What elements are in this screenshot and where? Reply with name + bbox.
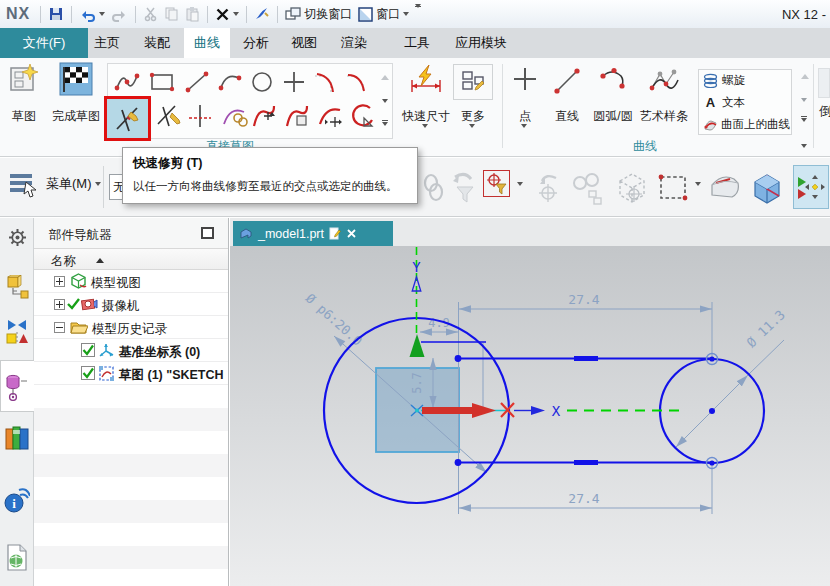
gallery-expand[interactable] [379, 118, 391, 128]
move-object-button[interactable] [793, 165, 829, 209]
expand-icon[interactable] [54, 299, 65, 310]
reuse-library-tab[interactable] [3, 424, 31, 452]
tooltip-body: 以任一方向将曲线修剪至最近的交点或选定的曲线。 [133, 179, 407, 194]
copy-button[interactable] [161, 3, 182, 25]
shaded-view-button[interactable] [706, 168, 740, 208]
tree-row-sketch[interactable]: 草图 (1) "SKETCH [34, 362, 228, 385]
move-curve-icon[interactable] [314, 100, 346, 132]
web-browser-tab[interactable]: i [3, 486, 31, 514]
expand-icon[interactable] [54, 276, 65, 287]
tab-view[interactable]: 视图 [289, 28, 319, 58]
tree-row-datum-csys[interactable]: 基准坐标系 (0) [34, 339, 228, 362]
tab-tools[interactable]: 工具 [402, 28, 432, 58]
find-component-button[interactable] [570, 168, 604, 208]
tree-row-history[interactable]: 模型历史记录 [34, 316, 228, 339]
point-button[interactable] [506, 66, 544, 95]
sketch-button[interactable] [4, 62, 44, 99]
constraint-navigator-tab[interactable] [3, 318, 31, 346]
resize-arc-icon[interactable] [346, 100, 378, 132]
redo-button[interactable] [108, 3, 131, 25]
gallery-scroll-up[interactable] [379, 72, 391, 82]
menu-button[interactable]: 菜单(M) [8, 170, 101, 198]
format-painter-button[interactable] [251, 3, 273, 25]
profile-icon[interactable] [111, 66, 143, 98]
tab-application[interactable]: 应用模块 [452, 28, 510, 58]
chamfer-icon[interactable] [341, 66, 373, 98]
curve-list-scroll-down[interactable] [801, 98, 807, 102]
checkbox-checked[interactable] [81, 343, 95, 357]
show-hide-button[interactable] [612, 168, 646, 208]
more-caret[interactable] [469, 124, 475, 128]
point-label: 点 [506, 108, 544, 125]
delete-button[interactable] [212, 3, 242, 25]
quick-dimension-button[interactable] [398, 64, 454, 99]
switch-window-button[interactable]: 切换窗口 [282, 3, 355, 25]
line-icon[interactable] [181, 66, 213, 98]
curve-group-caret[interactable] [801, 144, 807, 148]
close-tab-icon[interactable] [346, 228, 357, 239]
quick-dimension-caret[interactable] [422, 124, 428, 128]
undo-button[interactable] [76, 3, 108, 25]
assembly-navigator-tab[interactable] [3, 274, 31, 302]
part-tab[interactable]: _model1.prt [233, 221, 393, 246]
gallery-scroll-down[interactable] [379, 96, 391, 106]
tab-home[interactable]: 主页 [92, 28, 122, 58]
part-icon [239, 227, 253, 241]
helix-button[interactable]: 螺旋 [703, 73, 745, 88]
toolbar-options-button[interactable] [412, 3, 424, 25]
tree-row-model-views[interactable]: 模型视图 [34, 270, 228, 293]
tab-file[interactable]: 文件(F) [0, 28, 88, 58]
float-panel-button[interactable] [201, 227, 214, 239]
rectangle-icon[interactable] [146, 66, 178, 98]
select-rectangle-caret[interactable] [695, 182, 701, 186]
sketch-canvas[interactable]: 27.4 27.4 4.9 5.7 Ø p6:20.0 Ø 11.3 [230, 246, 830, 586]
tab-analysis[interactable]: 分析 [241, 28, 271, 58]
snap-point-caret[interactable] [517, 182, 523, 186]
save-button[interactable] [45, 3, 67, 25]
fillet-icon[interactable] [309, 66, 341, 98]
point-icon[interactable] [278, 66, 310, 98]
snap-point-button[interactable] [483, 170, 510, 197]
quick-extend-icon[interactable] [153, 100, 185, 132]
view-orient-button[interactable] [748, 168, 782, 208]
curve-list-expand[interactable] [801, 116, 807, 122]
graphics-window[interactable]: _model1.prt [230, 218, 830, 586]
tab-curve[interactable]: 曲线 [184, 28, 230, 58]
curve-on-surface-button[interactable]: 曲面上的曲线 [703, 117, 790, 132]
cut-button[interactable] [140, 3, 161, 25]
clipped-button-icon[interactable] [818, 68, 830, 98]
curve-list-scroll-up[interactable] [801, 74, 809, 79]
arc-icon[interactable] [214, 66, 246, 98]
circle-icon[interactable] [246, 66, 278, 98]
resource-gear-button[interactable] [3, 223, 31, 251]
make-corner-icon[interactable] [184, 100, 216, 132]
window-dropdown-caret[interactable] [403, 12, 409, 16]
delete-dropdown-caret[interactable] [233, 12, 239, 16]
chain-select-button[interactable] [417, 168, 451, 208]
undo-dropdown-caret[interactable] [99, 12, 105, 16]
checkbox-checked[interactable] [81, 366, 95, 380]
part-navigator-tab-active[interactable] [0, 360, 34, 412]
offset-curve-icon[interactable] [218, 100, 250, 132]
tree-row-cameras[interactable]: 摄像机 [34, 293, 228, 316]
mirror-curve-icon[interactable] [281, 100, 313, 132]
column-header[interactable]: 名称 [34, 248, 228, 270]
finish-sketch-button[interactable] [50, 62, 102, 99]
tab-assembly[interactable]: 装配 [142, 28, 172, 58]
text-button[interactable]: A 文本 [703, 95, 745, 110]
line-button[interactable] [546, 66, 588, 99]
paste-button[interactable] [182, 3, 203, 25]
filter-back-button[interactable] [447, 168, 481, 208]
point-caret[interactable] [521, 124, 527, 128]
tab-render[interactable]: 渲染 [339, 28, 369, 58]
studio-spline-button[interactable] [640, 66, 688, 99]
quick-trim-button-highlighted[interactable] [104, 96, 151, 141]
select-rectangle-button[interactable] [656, 168, 690, 208]
arc-circle-button[interactable] [590, 66, 636, 99]
collapse-icon[interactable] [54, 322, 65, 333]
pattern-curve-icon[interactable] [248, 100, 280, 132]
undo-selection-button[interactable] [530, 168, 564, 208]
window-button[interactable]: 窗口 [355, 3, 412, 25]
more-button[interactable] [450, 64, 496, 100]
history-tab[interactable] [3, 544, 31, 572]
